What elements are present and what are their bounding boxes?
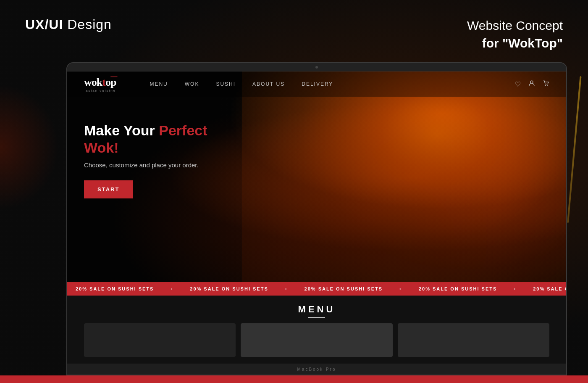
ticker-separator-4: • bbox=[505, 286, 525, 291]
ticker-separator-1: • bbox=[162, 286, 181, 291]
laptop-container: woktop— asian cuisine MENU WOK SUSHI ABO… bbox=[66, 62, 567, 375]
concept-line1: Website Concept bbox=[467, 18, 563, 32]
chopstick-2 bbox=[567, 76, 581, 223]
logo-tagline: asian cuisine bbox=[86, 89, 116, 92]
bottom-red-bar bbox=[0, 375, 588, 383]
laptop-bottom-bar: MacBook Pro bbox=[67, 364, 566, 375]
ticker-item-3: 20% SALE ON SUSHI SETS bbox=[296, 286, 391, 291]
logo-text: woktop— bbox=[84, 76, 116, 89]
menu-card-3[interactable] bbox=[398, 323, 549, 357]
deco-left-glow bbox=[0, 84, 59, 210]
design-light: Design bbox=[63, 17, 112, 32]
hero-headline: Make Your Perfect Wok! bbox=[84, 122, 227, 156]
hero-subtext: Choose, customize and place your order. bbox=[84, 161, 227, 169]
svg-point-2 bbox=[547, 85, 548, 86]
nav-delivery[interactable]: DELIVERY bbox=[302, 81, 333, 87]
nav-wok[interactable]: WOK bbox=[185, 81, 200, 87]
wishlist-icon[interactable]: ♡ bbox=[515, 80, 521, 88]
nav-links: MENU WOK SUSHI ABOUT US DELIVERY bbox=[150, 81, 515, 87]
logo-accent: t bbox=[102, 76, 105, 88]
concept-title: Website Concept for "WokTop" bbox=[467, 17, 563, 52]
logo-op: op— bbox=[105, 76, 116, 88]
ux-ui-title: UX/UI Design bbox=[25, 17, 112, 32]
ticker-separator-3: • bbox=[391, 286, 410, 291]
navbar: woktop— asian cuisine MENU WOK SUSHI ABO… bbox=[67, 71, 566, 97]
svg-point-1 bbox=[545, 85, 546, 86]
laptop-screen: woktop— asian cuisine MENU WOK SUSHI ABO… bbox=[67, 71, 566, 364]
hero-content: Make Your Perfect Wok! Choose, customize… bbox=[67, 97, 244, 215]
menu-title: MENU bbox=[84, 304, 549, 318]
logo-deco: — bbox=[110, 73, 117, 80]
concept-line2: for "WokTop" bbox=[467, 34, 563, 52]
promo-ticker-content: 20% SALE ON SUSHI SETS • 20% SALE ON SUS… bbox=[67, 286, 566, 291]
start-button[interactable]: START bbox=[84, 180, 133, 198]
macbook-label: MacBook Pro bbox=[297, 367, 336, 372]
ticker-item-5: 20% SALE ON SUSHI SETS bbox=[525, 286, 566, 291]
cart-icon[interactable] bbox=[543, 80, 549, 88]
svg-point-0 bbox=[530, 81, 533, 83]
promo-ticker: 20% SALE ON SUSHI SETS • 20% SALE ON SUS… bbox=[67, 282, 566, 296]
nav-about-us[interactable]: ABOUT US bbox=[252, 81, 285, 87]
ticker-item-1: 20% SALE ON SUSHI SETS bbox=[67, 286, 162, 291]
nav-icons: ♡ bbox=[515, 80, 549, 88]
ticker-item-4: 20% SALE ON SUSHI SETS bbox=[410, 286, 505, 291]
nav-menu[interactable]: MENU bbox=[150, 81, 168, 87]
ux-ui-bold: UX/UI bbox=[25, 17, 63, 32]
hero-headline-normal: Make Your bbox=[84, 122, 159, 138]
logo-wrapper: woktop— asian cuisine bbox=[84, 76, 116, 92]
menu-card-1[interactable] bbox=[84, 323, 236, 357]
hero-section: woktop— asian cuisine MENU WOK SUSHI ABO… bbox=[67, 71, 566, 282]
nav-logo: woktop— asian cuisine bbox=[84, 76, 116, 92]
menu-card-2[interactable] bbox=[241, 323, 392, 357]
ticker-item-2: 20% SALE ON SUSHI SETS bbox=[181, 286, 276, 291]
menu-cards bbox=[84, 323, 549, 357]
laptop-frame: woktop— asian cuisine MENU WOK SUSHI ABO… bbox=[66, 62, 567, 375]
user-icon[interactable] bbox=[528, 80, 535, 88]
ticker-separator-2: • bbox=[277, 286, 296, 291]
menu-section: MENU bbox=[67, 296, 566, 364]
top-annotations: UX/UI Design Website Concept for "WokTop… bbox=[0, 0, 588, 67]
nav-sushi[interactable]: SUSHI bbox=[216, 81, 236, 87]
